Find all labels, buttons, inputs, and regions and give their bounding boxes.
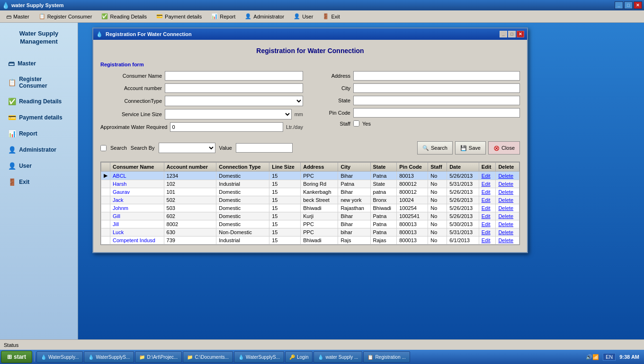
sidebar-item-exit[interactable]: 🚪 Exit [4,175,74,189]
sidebar-item-register-consumer[interactable]: 📋 Register Consumer [4,73,74,92]
edit-link[interactable]: Edit [479,172,496,180]
search-checkbox[interactable] [100,145,107,151]
address-cell: beck Street [301,196,338,204]
table-scroll[interactable]: Consumer Name Account number Connection … [101,162,519,245]
menu-master[interactable]: 🗃 Master [2,11,34,22]
menu-administrator[interactable]: 👤 Administrator [241,11,288,22]
taskbar-item[interactable]: 💧WaterSupplyS... [234,351,284,363]
table-row[interactable]: Jack 502 Domestic 15 beck Street new yor… [101,196,519,204]
menu-report[interactable]: 📊 Report [207,11,240,22]
edit-link[interactable]: Edit [479,196,496,204]
delete-link[interactable]: Delete [496,180,519,188]
date-cell: 5/26/2013 [447,212,479,220]
menu-exit[interactable]: 🚪 Exit [318,11,344,22]
sidebar-item-reading-details[interactable]: ✅ Reading Details [4,94,74,109]
table-row[interactable]: ▶ ABCL 1234 Domestic 15 PPC Bihar Patna … [101,172,519,180]
pin-code-input[interactable] [353,108,520,118]
pin-cell: 800012 [397,180,428,188]
pin-code-row: Pin Code [317,108,520,118]
exit-menu-icon: 🚪 [322,13,329,19]
master-menu-icon: 🗃 [6,14,11,19]
col-delete: Delete [496,163,519,172]
action-buttons: 🔍 Search 💾 Save ⊗ Close [417,141,520,155]
title-bar: 💧 water Supply System _ □ ✕ [0,0,644,10]
delete-link[interactable]: Delete [496,188,519,196]
modal-maximize-button[interactable]: □ [508,31,516,37]
edit-link[interactable]: Edit [479,228,496,237]
consumer-name-input[interactable] [165,71,303,81]
edit-link[interactable]: Edit [479,204,496,212]
approx-water-input[interactable] [170,122,283,132]
taskbar-item[interactable]: 📁C:\Documents... [183,351,233,363]
account-number-input[interactable] [165,83,303,93]
sidebar-item-payment-details[interactable]: 💳 Payment details [4,110,74,125]
delete-link[interactable]: Delete [496,204,519,212]
save-button[interactable]: 💾 Save [455,141,486,155]
account-cell: 102 [164,180,216,188]
payment-details-menu-icon: 💳 [156,13,163,19]
windows-icon: ⊞ [7,354,12,360]
status-bar: Status [0,339,644,350]
edit-link[interactable]: Edit [479,180,496,188]
window-controls[interactable]: _ □ ✕ [615,1,642,9]
delete-link[interactable]: Delete [496,196,519,204]
date-cell: 5/26/2013 [447,172,479,180]
search-button[interactable]: 🔍 Search [417,141,453,155]
table-row[interactable]: Gill 602 Domestic 15 Kurji Bihar Patna 1… [101,212,519,220]
table-row[interactable]: Harsh 102 Industrial 15 Boring Rd Patna … [101,180,519,188]
line-size-cell: 15 [269,196,301,204]
line-size-cell: 15 [269,220,301,228]
consumer-name-label: Consumer Name [100,73,162,79]
taskbar-item[interactable]: 💧WaterSupply... [36,351,83,363]
content-area: 💧 Registration For Water Connection _ □ … [78,23,644,339]
minimize-button[interactable]: _ [615,1,623,9]
state-input[interactable] [353,96,520,105]
maximize-button[interactable]: □ [624,1,633,9]
delete-link[interactable]: Delete [496,237,519,245]
edit-link[interactable]: Edit [479,212,496,220]
menu-register-consumer[interactable]: 📋 Register Consumer [35,11,97,22]
close-button[interactable]: ⊗ Close [488,141,520,155]
search-by-select[interactable]: Consumer Name Account number [159,143,215,153]
staff-cell: No [428,237,447,245]
menu-payment-details[interactable]: 💳 Payment details [152,11,206,22]
modal-close-button[interactable]: ✕ [517,31,524,37]
close-button[interactable]: ✕ [634,1,642,9]
sidebar-item-master[interactable]: 🗃 Master [4,56,74,71]
modal-minimize-button[interactable]: _ [500,31,507,37]
sidebar-item-report[interactable]: 📊 Report [4,127,74,141]
sidebar-item-user[interactable]: 👤 User [4,159,74,173]
menu-reading-details[interactable]: ✅ Reading Details [97,11,151,22]
taskbar-item[interactable]: 💧water Supply ... [313,351,362,363]
taskbar-item-label: C:\Documents... [195,355,229,360]
connection-type-select[interactable]: Domestic Industrial Non-Domestic [165,96,303,106]
state-cell: Patna [370,212,397,220]
table-row[interactable]: Jill 8002 Domestic 15 PPC Bihar Patna 80… [101,220,519,228]
delete-link[interactable]: Delete [496,228,519,237]
table-row[interactable]: Luck 630 Non-Domestic 15 PPC bihar Patna… [101,228,519,237]
table-row[interactable]: Competent Indusd 739 Industrial 15 Bhiwa… [101,237,519,245]
staff-checkbox[interactable] [353,120,359,127]
edit-link[interactable]: Edit [479,237,496,245]
menu-user[interactable]: 👤 User [289,11,317,22]
edit-link[interactable]: Edit [479,188,496,196]
delete-link[interactable]: Delete [496,172,519,180]
account-number-row: Account number [100,83,303,93]
city-input[interactable] [353,83,520,93]
start-button[interactable]: ⊞ start [1,351,32,363]
table-row[interactable]: Johnm 503 Domestic 15 Bhiwadi Rajasthan … [101,204,519,212]
sidebar-item-administrator[interactable]: 👤 Administrator [4,143,74,157]
taskbar-item[interactable]: 🔑Login [285,351,313,363]
delete-link[interactable]: Delete [496,220,519,228]
taskbar-item[interactable]: 📁D:\Art\Projec... [135,351,182,363]
taskbar-item-label: D:\Art\Projec... [147,355,178,360]
table-row[interactable]: Gaurav 101 Domestic 15 Kankerbagh Bihar … [101,188,519,196]
taskbar-item[interactable]: 📋Registration ... [363,351,410,363]
delete-link[interactable]: Delete [496,212,519,220]
taskbar-item[interactable]: 💧WaterSupplyS... [84,351,134,363]
value-input[interactable] [236,143,293,153]
address-input[interactable] [353,71,520,81]
pin-cell: 800012 [397,188,428,196]
service-line-size-select[interactable] [165,109,292,119]
edit-link[interactable]: Edit [479,220,496,228]
